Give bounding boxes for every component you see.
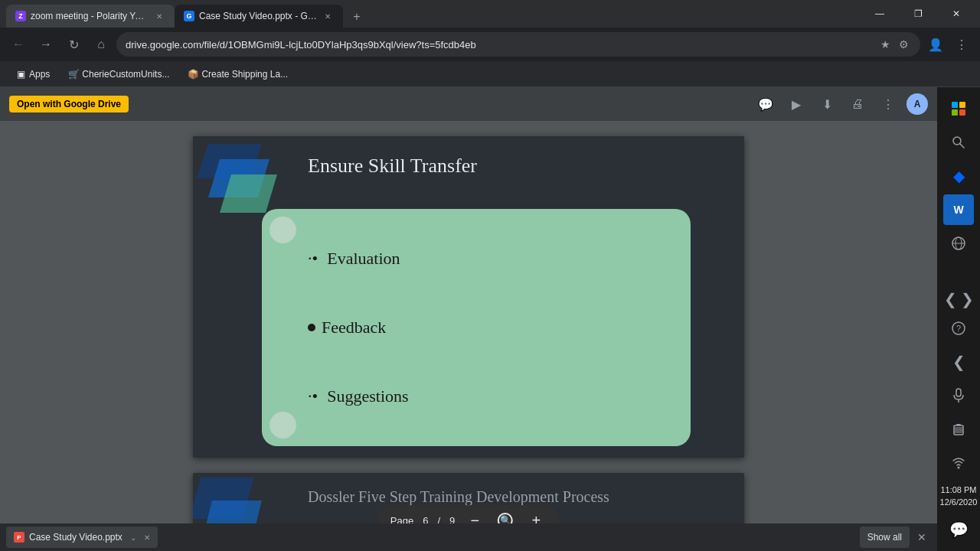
menu-icon[interactable]: ⋮ [949,32,974,57]
date-display: 12/6/2020 [940,497,978,508]
maximize-button[interactable]: ❐ [900,0,936,28]
system-time: 11:08 PM 12/6/2020 [937,481,980,511]
help-circle-icon[interactable]: ? [943,313,974,344]
time-display: 11:08 PM [940,484,978,496]
battery-icon[interactable] [943,414,974,445]
taskbar-item-close[interactable]: ⌄ [130,533,136,542]
bookmark-star-icon[interactable]: ★ [877,37,893,52]
shipping-icon: 📦 [188,69,198,80]
bookmark-cherie[interactable]: 🛒 CherieCustomUnits... [62,66,175,83]
pdf-top-bar: Open with Google Drive 💬 ▶ ⬇ 🖨 ⋮ A [0,87,937,121]
bullet-dot-suggestions: ·• [308,386,318,406]
content-box: ·• Evaluation Feedback ·• Suggestions [262,209,691,446]
more-options-icon[interactable]: ⋮ [876,92,900,116]
minimize-button[interactable]: — [862,0,897,28]
comment-icon[interactable]: 💬 [753,92,778,116]
zoom-favicon: Z [15,11,26,21]
collapse-left-icon[interactable]: ❮ [942,292,958,307]
svg-rect-15 [956,424,961,425]
bookmarks-bar: ▣ Apps 🛒 CherieCustomUnits... 📦 Create S… [0,61,980,87]
pdf-title-area: Open with Google Drive [9,96,129,112]
svg-text:?: ? [956,324,961,333]
taskbar-item-label: Case Study Video.pptx [29,532,122,543]
slides-favicon: G [184,11,194,21]
user-avatar[interactable]: A [906,93,928,115]
window-controls: — ❐ ✕ [862,0,974,28]
tab-slides-close[interactable]: ✕ [322,10,334,22]
download-icon[interactable]: ⬇ [815,92,839,116]
bottom-taskbar: P Case Study Video.pptx ⌄ ✕ Show all ✕ [0,523,937,551]
win-logo-sq-3 [952,109,958,116]
taskbar-case-study[interactable]: P Case Study Video.pptx ⌄ ✕ [6,527,158,548]
sidebar-arrow-group: ❮ ❯ [942,292,975,307]
home-button[interactable]: ⌂ [89,32,113,57]
wifi-icon[interactable] [943,448,974,478]
next-slide-title: Dossler Five Step Training Development P… [308,488,729,506]
taskbar-close-button[interactable]: ✕ [913,528,931,546]
refresh-button[interactable]: ↻ [61,32,86,57]
windows-start-icon[interactable] [943,93,974,124]
word-icon[interactable]: W [943,194,974,225]
svg-point-17 [958,467,960,469]
address-text: drive.google.com/file/d/1OBMGmi9L-lcjLto… [126,39,877,51]
microphone-icon[interactable] [943,380,974,411]
slide-content-area: Ensure Skill Transfer ·• Evaluation Feed… [0,121,937,551]
bullet-dot-feedback [308,324,315,331]
tab-slides[interactable]: G Case Study Video.pptx - Google ... ✕ [175,5,343,28]
svg-rect-12 [956,389,961,396]
tab-zoom[interactable]: Z zoom meeting - Polarity Yahoo S... ✕ [6,5,175,28]
cherie-icon: 🛒 [68,69,79,80]
win-logo-sq-2 [959,102,965,108]
tab-zoom-close[interactable]: ✕ [153,10,165,22]
print-icon[interactable]: 🖨 [845,92,870,116]
svg-rect-16 [955,427,962,433]
windows-search-icon[interactable] [943,127,974,158]
tab-bar: Z zoom meeting - Polarity Yahoo S... ✕ G… [6,0,862,28]
pdf-top-right: 💬 ▶ ⬇ 🖨 ⋮ A [753,92,928,116]
bookmark-apps[interactable]: ▣ Apps [9,66,56,83]
taskbar-item-x[interactable]: ✕ [144,533,150,542]
expand-right-icon[interactable]: ❯ [959,292,975,307]
show-all-button[interactable]: Show all [860,527,910,548]
windows-logo [952,102,965,116]
dropbox-icon[interactable]: ◆ [943,161,974,191]
scroll-handle-top [270,217,296,243]
title-bar: Z zoom meeting - Polarity Yahoo S... ✕ G… [0,0,980,28]
slide-title: Ensure Skill Transfer [308,155,477,178]
new-tab-button[interactable]: + [346,6,368,28]
bookmark-shipping[interactable]: 📦 Create Shipping La... [181,66,294,83]
open-drive-button[interactable]: Open with Google Drive [9,96,129,112]
main-content: Open with Google Drive 💬 ▶ ⬇ 🖨 ⋮ A [0,87,980,551]
main-slide: Ensure Skill Transfer ·• Evaluation Feed… [193,136,744,458]
win-logo-sq-4 [959,109,965,116]
globe-icon[interactable] [943,228,974,259]
bullet-text-feedback: Feedback [322,318,386,337]
right-sidebar: ◆ W ❮ ❯ ? ❮ [937,87,980,551]
close-button[interactable]: ✕ [939,0,974,28]
address-bar-row: ← → ↻ ⌂ drive.google.com/file/d/1OBMGmi9… [0,28,980,61]
forward-button[interactable]: → [34,32,58,57]
back-button[interactable]: ← [6,32,31,57]
scroll-handle-bottom [270,412,296,439]
bullet-feedback: Feedback [308,318,645,337]
bullet-evaluation: ·• Evaluation [308,249,645,269]
address-bar[interactable]: drive.google.com/file/d/1OBMGmi9L-lcjLto… [116,32,920,57]
bullet-text-suggestions: Suggestions [327,386,408,406]
win-logo-sq-1 [952,102,958,108]
bookmark-cherie-label: CherieCustomUnits... [82,69,169,80]
profile-icon[interactable]: 👤 [923,32,948,57]
present-icon[interactable]: ▶ [784,92,808,116]
apps-grid-icon: ▣ [15,69,26,80]
extensions-icon[interactable]: ⚙ [896,37,911,52]
bullet-suggestions: ·• Suggestions [308,386,645,406]
tab-zoom-title: zoom meeting - Polarity Yahoo S... [31,11,149,21]
svg-line-6 [960,144,964,148]
notification-icon[interactable]: 💬 [943,514,974,545]
slide-viewer: Open with Google Drive 💬 ▶ ⬇ 🖨 ⋮ A [0,87,937,551]
back-arrow-icon[interactable]: ❮ [943,347,974,377]
toolbar-icons: 👤 ⋮ [923,32,974,57]
taskbar-pptx-favicon: P [14,532,24,543]
address-icons: ★ ⚙ [877,37,911,52]
bookmark-shipping-label: Create Shipping La... [201,69,288,80]
bullet-text-evaluation: Evaluation [327,249,400,269]
